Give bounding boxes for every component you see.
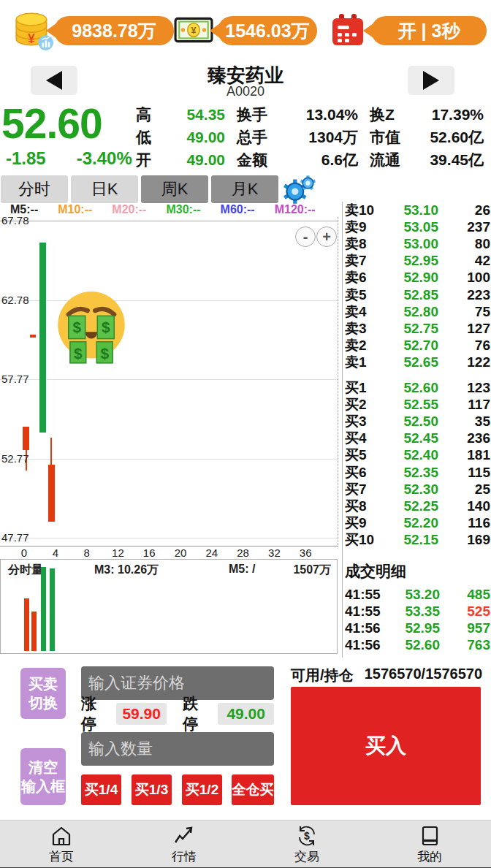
buy-fraction-button-4[interactable]: 全仓买 bbox=[232, 774, 274, 805]
order-book-row[interactable]: 卖152.65122 bbox=[343, 354, 491, 371]
nav-label: 首页 bbox=[49, 848, 74, 865]
ob-volume: 115 bbox=[438, 465, 491, 481]
nav-item-profile[interactable]: 我的 bbox=[368, 821, 491, 868]
trade-time: 41:56 bbox=[343, 620, 392, 636]
tab-周K[interactable]: 周K bbox=[141, 175, 208, 203]
volume-m5-value: M5: / bbox=[229, 563, 255, 576]
ob-volume: 117 bbox=[438, 397, 491, 413]
candlestick-chart[interactable]: 67.7862.7857.7752.7747.77 - + $$ $$ bbox=[0, 217, 338, 547]
ob-price: 53.00 bbox=[387, 236, 438, 252]
settings-gears-icon[interactable] bbox=[280, 173, 318, 205]
order-book-row[interactable]: 卖552.85223 bbox=[343, 286, 491, 303]
ob-level-label: 买8 bbox=[343, 497, 387, 516]
next-stock-button[interactable] bbox=[408, 66, 454, 95]
stat-label: 市值 bbox=[370, 127, 412, 148]
stat-value: 52.60亿 bbox=[412, 127, 484, 148]
svg-text:$: $ bbox=[304, 830, 310, 842]
trade-detail-row: 41:5553.20485 bbox=[343, 586, 491, 603]
stat-label: 低 bbox=[136, 127, 168, 148]
trade-detail-row: 41:5652.95957 bbox=[343, 620, 491, 636]
volume-latest-value: 1507万 bbox=[293, 563, 331, 578]
limit-down-value[interactable]: 49.00 bbox=[218, 703, 274, 725]
zoom-in-button[interactable]: + bbox=[316, 226, 337, 247]
ob-price: 52.45 bbox=[387, 430, 438, 446]
order-book-row[interactable]: 卖352.75127 bbox=[343, 320, 491, 337]
toggle-line-1: 买卖 bbox=[28, 674, 58, 693]
clear-line-1: 清空 bbox=[28, 758, 58, 777]
ob-level-label: 卖2 bbox=[343, 336, 387, 355]
tab-日K[interactable]: 日K bbox=[71, 175, 138, 203]
order-book-row[interactable]: 买852.25140 bbox=[343, 498, 491, 514]
buy-fraction-button-1[interactable]: 买1/4 bbox=[81, 774, 121, 805]
stat-value: 49.00 bbox=[168, 151, 225, 169]
order-book-row[interactable]: 买1052.15169 bbox=[343, 532, 491, 549]
nav-item-trade[interactable]: $ 交易 bbox=[246, 821, 368, 868]
ob-volume: 75 bbox=[438, 304, 491, 320]
ob-volume: 169 bbox=[438, 532, 491, 548]
ob-level-label: 卖6 bbox=[343, 268, 387, 287]
x-tick-label: 36 bbox=[295, 547, 316, 559]
x-tick-label: 0 bbox=[14, 547, 34, 559]
clear-line-2: 输入框 bbox=[21, 777, 65, 796]
trade-detail-title: 成交明细 bbox=[345, 561, 406, 582]
nav-label: 交易 bbox=[294, 848, 319, 865]
stat-label: 换手 bbox=[237, 104, 291, 125]
nav-item-market[interactable]: 行情 bbox=[123, 821, 246, 868]
order-book-row[interactable]: 买952.20116 bbox=[343, 515, 491, 532]
money-face-emoji: $$ $$ bbox=[53, 290, 129, 366]
ob-level-label: 卖5 bbox=[343, 286, 387, 305]
ob-level-label: 买6 bbox=[343, 463, 387, 482]
market-timer-value: 开 | 3秒 bbox=[398, 19, 460, 43]
nav-item-home[interactable]: 首页 bbox=[0, 821, 123, 868]
order-book-row[interactable]: 买152.60123 bbox=[343, 379, 491, 396]
svg-text:$: $ bbox=[74, 345, 83, 362]
order-book-row[interactable]: 买452.45236 bbox=[343, 430, 491, 447]
trade-volume: 525 bbox=[440, 604, 491, 620]
buy-fraction-button-3[interactable]: 买1/2 bbox=[182, 774, 222, 805]
buy-button[interactable]: 买入 bbox=[291, 687, 481, 805]
order-book-row[interactable]: 卖752.9542 bbox=[343, 253, 491, 270]
stat-label: 开 bbox=[136, 150, 168, 170]
ob-level-label: 卖9 bbox=[343, 218, 387, 237]
order-book-row[interactable]: 买752.3025 bbox=[343, 481, 491, 498]
tab-月K[interactable]: 月K bbox=[211, 175, 278, 203]
stat-value: 39.45亿 bbox=[412, 150, 484, 170]
volume-bar bbox=[24, 598, 29, 651]
ob-price: 52.65 bbox=[387, 354, 438, 370]
buy-sell-toggle-button[interactable]: 买卖 切换 bbox=[20, 668, 66, 719]
order-book-row[interactable]: 卖853.0080 bbox=[343, 235, 491, 252]
order-book-row[interactable]: 买652.35115 bbox=[343, 464, 491, 481]
sell-levels: 卖1053.1026卖953.05237卖853.0080卖752.9542卖6… bbox=[343, 202, 491, 371]
x-tick-label: 28 bbox=[233, 547, 254, 559]
notebook-icon bbox=[419, 825, 441, 847]
ma-legend-item: M10:-- bbox=[58, 203, 92, 216]
ob-price: 52.70 bbox=[387, 338, 438, 354]
stats-row: 高54.35换手13.04%换Z17.39% bbox=[136, 103, 485, 126]
limit-up-value[interactable]: 59.90 bbox=[116, 703, 167, 725]
trading-app-screen: ¥ 9838.78万 ¥ 1546.03万 开 | 3秒 bbox=[0, 0, 491, 868]
gridline bbox=[0, 538, 338, 538]
order-book-row[interactable]: 买252.55117 bbox=[343, 396, 491, 413]
zoom-out-button[interactable]: - bbox=[295, 226, 316, 247]
order-book-row[interactable]: 卖953.05237 bbox=[343, 218, 491, 235]
stats-row: 开49.00金额6.6亿流通39.45亿 bbox=[136, 148, 485, 171]
trade-detail-row: 41:5652.60763 bbox=[343, 637, 491, 654]
volume-bar bbox=[41, 567, 46, 651]
quantity-input[interactable] bbox=[81, 732, 274, 766]
order-book-row[interactable]: 卖652.90100 bbox=[343, 270, 491, 286]
buy-fraction-button-2[interactable]: 买1/3 bbox=[132, 774, 172, 805]
order-book-row[interactable]: 卖1053.1026 bbox=[343, 202, 491, 218]
x-tick-label: 24 bbox=[202, 547, 222, 559]
order-book-row[interactable]: 卖452.8075 bbox=[343, 303, 491, 320]
volume-pane[interactable]: 分时量 M3: 10.26万 M5: / 1507万 bbox=[0, 559, 338, 654]
order-book-row[interactable]: 买552.40181 bbox=[343, 447, 491, 464]
ob-level-label: 买10 bbox=[343, 530, 387, 549]
tab-分时[interactable]: 分时 bbox=[1, 175, 68, 203]
trade-volume: 763 bbox=[440, 637, 491, 653]
ob-level-label: 买3 bbox=[343, 412, 387, 431]
order-book-row[interactable]: 买352.5035 bbox=[343, 413, 491, 430]
order-book-row[interactable]: 卖252.7076 bbox=[343, 338, 491, 354]
clear-inputs-button[interactable]: 清空 输入框 bbox=[20, 748, 66, 805]
ob-level-label: 卖8 bbox=[343, 235, 387, 254]
ob-price: 52.50 bbox=[387, 414, 438, 430]
